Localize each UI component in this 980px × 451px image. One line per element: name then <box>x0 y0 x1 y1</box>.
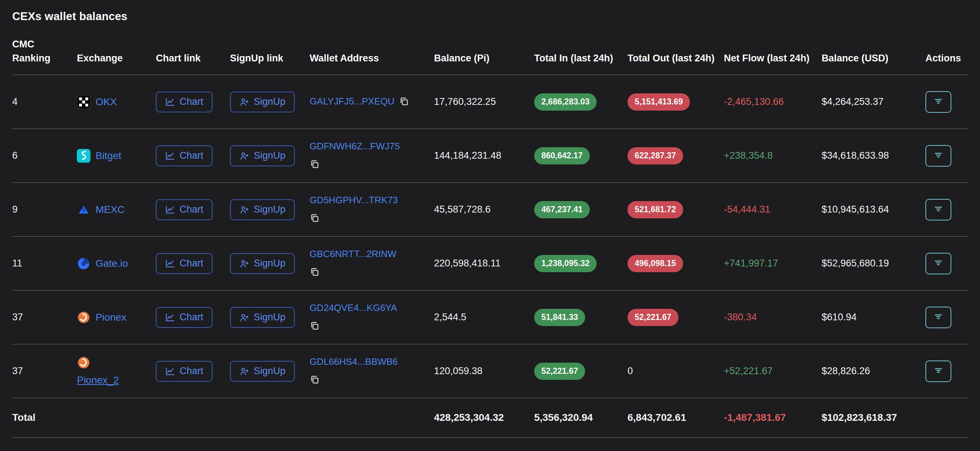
chart-button[interactable]: Chart <box>156 145 213 166</box>
chart-link-cell: Chart <box>156 145 230 166</box>
copy-address-button[interactable] <box>309 267 320 279</box>
table-total-row: Total 428,253,304.32 5,356,320.94 6,843,… <box>12 398 968 437</box>
actions-cell <box>926 145 968 167</box>
total-in-cell: 1,238,095.32 <box>534 255 627 272</box>
chart-button[interactable]: Chart <box>156 253 213 274</box>
total-label: Total <box>12 411 77 424</box>
total-in-cell: 52,221.67 <box>534 363 627 380</box>
actions-button[interactable] <box>926 145 951 167</box>
filter-icon <box>933 204 944 215</box>
cex-wallet-table: CMC Ranking Exchange Chart link SignUp l… <box>12 37 968 438</box>
mexc-logo-icon <box>77 203 91 217</box>
exchange-link[interactable]: Pionex <box>95 311 126 324</box>
chart-button[interactable]: Chart <box>156 307 213 328</box>
copy-icon <box>309 375 320 386</box>
balance-pi-value: 2,544.5 <box>434 311 534 324</box>
line-chart-icon <box>165 312 175 322</box>
wallet-address-link[interactable]: GALYJFJ5...PXEQU <box>309 96 394 107</box>
chart-button[interactable]: Chart <box>156 199 213 220</box>
wallet-address-cell: GDFNWH6Z...FWJ75 <box>309 140 434 171</box>
chart-button-label: Chart <box>180 150 203 161</box>
exchange-link[interactable]: Gate.io <box>95 257 128 270</box>
signup-button[interactable]: SignUp <box>230 253 295 274</box>
signup-link-cell: SignUp <box>230 145 310 166</box>
net-flow-value: +741,997.17 <box>724 257 822 270</box>
filter-icon <box>933 311 944 323</box>
signup-button[interactable]: SignUp <box>230 361 295 382</box>
wallet-address-cell: GD5HGPHV...TRK73 <box>309 194 434 225</box>
signup-link-cell: SignUp <box>230 361 310 382</box>
actions-cell <box>926 91 968 113</box>
wallet-address-link[interactable]: GBC6NRTT...2RINW <box>309 249 396 259</box>
total-out-cell: 521,681.72 <box>627 201 724 218</box>
chart-link-cell: Chart <box>156 92 230 112</box>
total-in-badge: 467,237.41 <box>534 201 590 218</box>
balance-pi-value: 144,184,231.48 <box>434 149 534 162</box>
table-row: 11 Gate.io Chart SignUp GBC6 <box>12 237 968 290</box>
net-flow-value: +52,221.67 <box>724 365 822 378</box>
page-container: CEXs wallet balances CMC Ranking Exchang… <box>0 0 980 438</box>
exchange-cell: OKX <box>77 95 156 109</box>
total-out-badge: 496,098.15 <box>627 255 683 272</box>
actions-button[interactable] <box>926 253 951 274</box>
total-net-flow-value: -1,487,381.67 <box>724 411 822 424</box>
actions-cell <box>926 199 968 220</box>
bitget-logo-icon <box>77 149 91 163</box>
copy-address-button[interactable] <box>309 213 320 225</box>
total-in-cell: 2,686,283.03 <box>534 93 627 111</box>
total-out-plain-value: 0 <box>627 365 724 378</box>
actions-button[interactable] <box>926 360 951 382</box>
okx-logo-icon <box>77 95 91 109</box>
total-in-badge: 51,841.33 <box>534 309 585 326</box>
wallet-address-link[interactable]: GDL66HS4...BBWB6 <box>309 356 398 367</box>
header-cmc-ranking: CMC Ranking <box>12 37 77 65</box>
table-row: 37 Pionex Chart SignUp GD24Q <box>12 290 968 344</box>
actions-button[interactable] <box>926 307 951 328</box>
table-row: 6 Bitget Chart SignUp GDFNWH <box>12 129 968 183</box>
exchange-cell: Gate.io <box>77 257 156 270</box>
cmc-ranking-value: 4 <box>12 96 77 108</box>
line-chart-icon <box>165 97 175 107</box>
total-in-badge: 1,238,095.32 <box>534 255 597 272</box>
wallet-address-cell: GDL66HS4...BBWB6 <box>309 356 434 386</box>
wallet-address-cell: GBC6NRTT...2RINW <box>309 248 434 279</box>
line-chart-icon <box>165 151 175 161</box>
signup-button[interactable]: SignUp <box>230 145 295 166</box>
wallet-address-cell: GD24QVE4...KG6YA <box>309 302 434 333</box>
actions-button[interactable] <box>926 199 951 220</box>
chart-button-label: Chart <box>180 204 203 215</box>
total-out-cell: 622,287.37 <box>627 147 724 164</box>
exchange-link[interactable]: OKX <box>95 96 117 108</box>
total-out-cell: 52,221.67 <box>627 309 724 326</box>
exchange-link[interactable]: Pionex_2 <box>77 374 119 387</box>
chart-button[interactable]: Chart <box>156 92 213 112</box>
signup-button-label: SignUp <box>254 204 286 215</box>
header-net-flow: Net Flow (last 24h) <box>724 51 822 65</box>
copy-address-button[interactable] <box>399 96 410 108</box>
chart-link-cell: Chart <box>156 253 230 274</box>
cmc-ranking-value: 37 <box>12 311 77 324</box>
signup-button[interactable]: SignUp <box>230 199 295 220</box>
signup-button-label: SignUp <box>254 312 286 323</box>
copy-icon <box>399 96 410 108</box>
actions-button[interactable] <box>926 91 951 113</box>
exchange-cell: MEXC <box>77 203 156 217</box>
header-balance-usd: Balance (USD) <box>822 51 926 65</box>
balance-usd-value: $52,965,680.19 <box>822 257 926 270</box>
exchange-link[interactable]: MEXC <box>95 203 124 216</box>
signup-button[interactable]: SignUp <box>230 92 295 112</box>
total-in-cell: 860,642.17 <box>534 147 627 164</box>
wallet-address-link[interactable]: GD5HGPHV...TRK73 <box>309 194 398 206</box>
wallet-address-link[interactable]: GDFNWH6Z...FWJ75 <box>309 141 399 151</box>
wallet-address-link[interactable]: GD24QVE4...KG6YA <box>309 302 397 313</box>
total-balance-pi-value: 428,253,304.32 <box>434 411 534 424</box>
balance-pi-value: 17,760,322.25 <box>434 96 534 108</box>
exchange-cell: Pionex_2 <box>77 356 156 387</box>
copy-address-button[interactable] <box>309 321 320 333</box>
copy-icon <box>309 321 320 333</box>
copy-address-button[interactable] <box>309 375 320 386</box>
exchange-link[interactable]: Bitget <box>95 149 121 162</box>
chart-button[interactable]: Chart <box>156 361 213 382</box>
copy-address-button[interactable] <box>309 159 320 171</box>
signup-button[interactable]: SignUp <box>230 307 295 328</box>
